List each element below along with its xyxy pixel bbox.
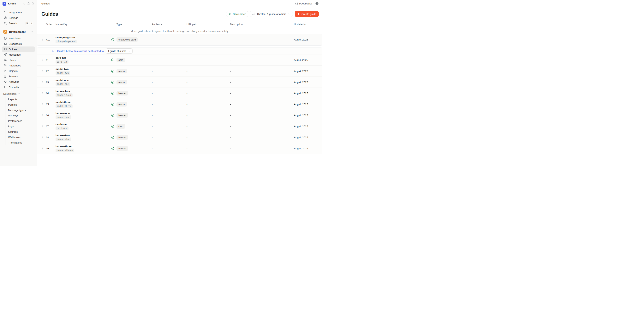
chevrons-up-down-icon[interactable] (23, 2, 26, 5)
sidebar-item-messages[interactable]: Messages (2, 52, 35, 57)
guide-name: card-two (56, 56, 66, 59)
guide-row[interactable]: #3 modal-one modal-one modal - - - Aug 4… (37, 77, 322, 88)
layers-icon (4, 37, 7, 40)
guide-url-path: - (186, 70, 230, 73)
column-header-description: Description (230, 23, 294, 26)
sidebar-item-label: Guides (9, 48, 17, 51)
guide-name-key-cell: banner-two banner-two (56, 134, 111, 141)
shortcut-key: K (30, 22, 33, 25)
guide-audience: - (152, 103, 186, 106)
sidebar-item-analytics[interactable]: Analytics (2, 79, 35, 85)
users-icon (4, 59, 7, 62)
guide-audience: - (152, 92, 186, 95)
sidebar-item-audiences[interactable]: Audiences (2, 63, 35, 68)
guide-type-cell: modal (111, 69, 152, 73)
drag-handle-icon[interactable] (40, 70, 45, 73)
feedback-button[interactable]: Feedback? (295, 2, 312, 5)
guide-description: - (230, 114, 294, 117)
guide-order: #1 (45, 59, 56, 61)
sidebar-item-layouts[interactable]: Layouts (6, 97, 37, 102)
drag-handle-icon[interactable] (40, 125, 45, 128)
drag-handle-icon[interactable] (40, 59, 45, 61)
sidebar-item-sources[interactable]: Sources (6, 129, 37, 134)
sidebar-item-search[interactable]: Search⌘K (2, 21, 35, 26)
environment-switcher[interactable]: Development (2, 29, 35, 35)
guide-row[interactable]: #8 banner-two banner-two banner - - - Au… (37, 132, 322, 143)
guide-row[interactable]: #5 modal-three modal-three modal - - - A… (37, 99, 322, 110)
knock-logo: k (2, 2, 6, 6)
drag-handle-icon[interactable] (40, 136, 45, 139)
sidebar-item-translations[interactable]: Translations (6, 140, 37, 145)
throttle-amount-select[interactable]: 1 guide at a time (106, 49, 132, 54)
drag-handle-icon[interactable] (40, 81, 45, 84)
sidebar-item-guides[interactable]: Guides (2, 47, 35, 52)
guide-row[interactable]: #1 card-two card-two card - - - Aug 4, 2… (37, 55, 322, 66)
guide-updated-at: Aug 4, 2025 (294, 114, 322, 117)
guide-key: card-one (56, 127, 68, 130)
sidebar-item-label: Commits (9, 86, 19, 89)
sidebar-top-nav: IntegrationsSettingsSearch⌘K (0, 7, 37, 26)
sidebar-item-label: Users (9, 59, 16, 62)
drag-handle-icon[interactable] (40, 92, 45, 95)
create-guide-button[interactable]: Create guide (295, 11, 319, 17)
status-check-icon (111, 125, 114, 128)
throttle-dropdown-button[interactable]: Throttle: 1 guide at a time (250, 11, 293, 17)
sidebar-item-users[interactable]: Users (2, 57, 35, 63)
bell-icon[interactable] (27, 2, 30, 5)
sidebar-item-integrations[interactable]: Integrations (2, 10, 35, 15)
sidebar-item-settings[interactable]: Settings (2, 15, 35, 21)
sidebar-item-broadcasts[interactable]: Broadcasts (2, 41, 35, 47)
sidebar-item-message-types[interactable]: Message types (6, 107, 37, 113)
save-order-button[interactable]: Save order (226, 11, 248, 17)
guide-audience: - (152, 125, 186, 128)
guide-type-badge: card (116, 124, 125, 129)
guide-row[interactable]: #4 banner-four banner-four banner - - - … (37, 88, 322, 99)
sidebar-item-commits[interactable]: Commits (2, 85, 35, 90)
guide-row[interactable]: #6 banner-one banner-one banner - - - Au… (37, 110, 322, 121)
developers-section-toggle[interactable]: Developers (2, 91, 35, 97)
guide-type-cell: card (111, 58, 152, 62)
drag-handle-icon[interactable] (40, 103, 45, 106)
guide-type-cell: modal (111, 80, 152, 85)
search-icon[interactable] (32, 2, 34, 5)
guide-type-badge: banner (116, 113, 128, 118)
guide-url-path: - (186, 136, 230, 139)
guide-audience: - (152, 136, 186, 139)
feedback-label: Feedback? (299, 2, 312, 5)
guides-panel-icon (4, 48, 7, 51)
guide-row[interactable]: #2 modal-two modal-two modal - - - Aug 4… (37, 66, 322, 77)
account-menu-button[interactable] (315, 2, 319, 6)
drag-handle-icon[interactable] (40, 38, 45, 41)
guide-type-badge: modal (116, 69, 127, 73)
workspace-switcher[interactable]: k Knock (0, 0, 37, 7)
sidebar-item-preferences[interactable]: Preferences (6, 118, 37, 124)
guide-description: - (230, 147, 294, 150)
guide-updated-at: Aug 4, 2025 (294, 147, 322, 150)
guide-name: banner-two (56, 134, 70, 137)
column-header-name-key: Name/Key (56, 23, 111, 26)
sidebar-item-partials[interactable]: Partials (6, 102, 37, 107)
guide-order: #6 (45, 114, 56, 117)
guide-audience: - (152, 70, 186, 73)
guide-key: modal-three (56, 104, 72, 108)
guide-name: modal-two (56, 68, 69, 71)
drag-handle-icon[interactable] (40, 147, 45, 150)
sidebar-item-tenants[interactable]: Tenants (2, 74, 35, 79)
sidebar-item-api-keys[interactable]: API keys (6, 113, 37, 118)
guide-row[interactable]: #9 banner-three banner-three banner - - … (37, 143, 322, 154)
guide-name-key-cell: modal-three modal-three (56, 101, 111, 108)
keyboard-shortcut: ⌘K (26, 22, 33, 25)
sidebar-item-logs[interactable]: Logs (6, 124, 37, 129)
guide-order: #10 (45, 38, 56, 41)
drag-handle-icon[interactable] (40, 114, 45, 117)
guide-row[interactable]: #7 card-one card-one card - - - Aug 4, 2… (37, 121, 322, 132)
guide-row[interactable]: #10 changelog-card changelog-card change… (37, 34, 322, 45)
status-check-icon (111, 114, 114, 117)
sidebar-item-workflows[interactable]: Workflows (2, 36, 35, 41)
building-icon (4, 75, 7, 78)
sidebar-item-webhooks[interactable]: Webhooks (6, 134, 37, 140)
guide-audience: - (152, 59, 186, 61)
status-check-icon (111, 58, 114, 62)
guide-url-path: - (186, 38, 230, 41)
sidebar-item-objects[interactable]: Objects (2, 68, 35, 74)
